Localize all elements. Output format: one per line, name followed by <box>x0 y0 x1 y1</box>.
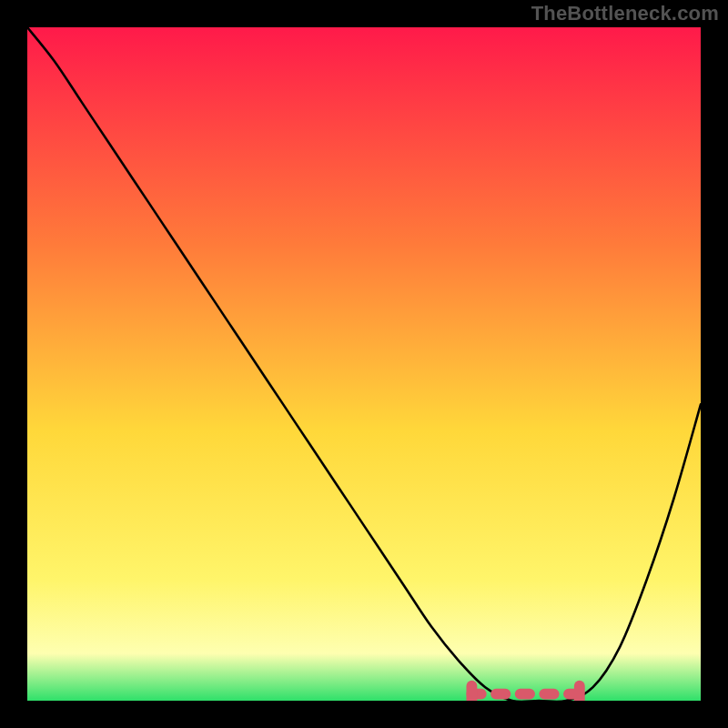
watermark-text: TheBottleneck.com <box>531 2 719 25</box>
chart-frame: TheBottleneck.com <box>0 0 728 728</box>
gradient-background <box>27 27 701 701</box>
bottleneck-chart <box>27 27 701 701</box>
